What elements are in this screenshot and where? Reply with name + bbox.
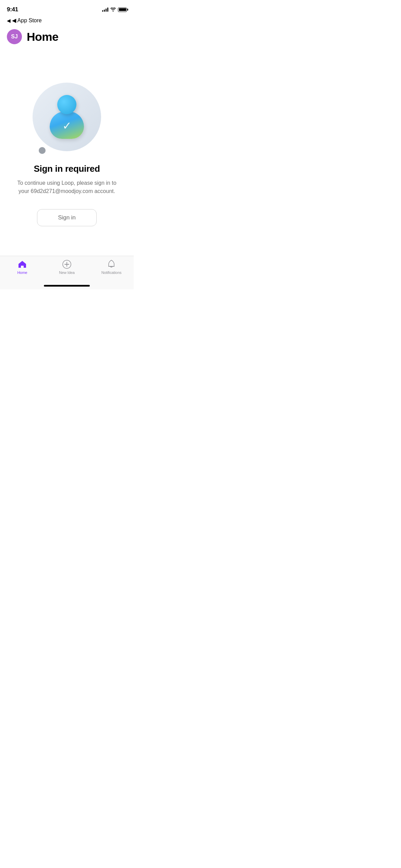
header: SJ Home [0,26,134,48]
sign-in-illustration: ✓ [33,83,101,151]
notifications-tab-label: Notifications [101,270,122,275]
status-time: 9:41 [7,6,18,13]
status-icons [102,8,127,12]
app-store-nav[interactable]: ◀ ◀ App Store [0,16,134,26]
sign-in-title: Sign in required [34,164,100,174]
dot-decoration [39,147,46,154]
main-content: ✓ Sign in required To continue using Loo… [0,48,134,233]
tab-bar: Home New Idea Notifications [0,256,134,289]
checkmark-icon: ✓ [62,119,72,132]
tab-home[interactable]: Home [0,260,45,275]
back-arrow-icon: ◀ [7,18,11,23]
status-bar: 9:41 [0,0,134,16]
person-body: ✓ [50,111,84,139]
wifi-icon [110,8,116,12]
page-title: Home [27,30,58,44]
sign-in-description: To continue using Loop, please sign in t… [15,179,118,195]
tab-new-idea[interactable]: New Idea [45,260,89,275]
notifications-tab-icon [107,260,116,269]
signal-icon [102,8,108,12]
home-tab-icon [17,260,27,269]
app-store-label: ◀ App Store [12,17,42,24]
home-tab-label: Home [17,270,27,275]
person-head [57,95,76,114]
tab-notifications[interactable]: Notifications [89,260,134,275]
avatar: SJ [7,29,22,44]
new-idea-tab-label: New Idea [59,270,75,275]
person-figure: ✓ [50,95,84,139]
battery-icon [118,8,127,12]
home-indicator [44,285,90,287]
sign-in-button[interactable]: Sign in [37,209,96,226]
new-idea-tab-icon [62,260,72,269]
